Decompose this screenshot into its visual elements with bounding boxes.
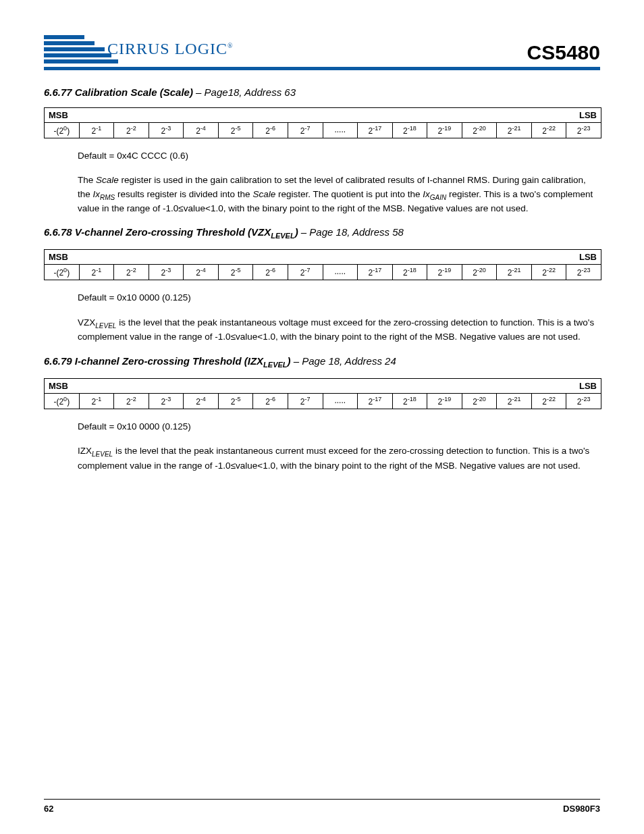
section-body: The Scale register is used in the gain c… bbox=[78, 174, 600, 215]
bit-cell: 2-4 bbox=[184, 394, 219, 409]
bit-cell: 2-5 bbox=[219, 123, 254, 138]
bit-cell: 2-4 bbox=[184, 265, 219, 280]
header-rule bbox=[44, 67, 600, 70]
bit-cell: -(20) bbox=[45, 394, 80, 409]
bit-cell: 2-4 bbox=[184, 123, 219, 138]
logo-text: CIRRUS LOGIC® bbox=[107, 40, 234, 58]
doc-id: DS980F3 bbox=[563, 804, 600, 814]
bit-cell: 2-3 bbox=[149, 394, 184, 409]
bit-cell: 2-6 bbox=[253, 394, 288, 409]
company-logo: CIRRUS LOGIC® bbox=[44, 34, 234, 64]
default-line: Default = 0x10 0000 (0.125) bbox=[78, 291, 600, 305]
bit-cell: 2-5 bbox=[219, 394, 254, 409]
bit-cell: 2-23 bbox=[566, 265, 601, 280]
bit-cell: 2-19 bbox=[427, 123, 462, 138]
chip-name: CS5480 bbox=[527, 41, 600, 64]
bit-cell: 2-2 bbox=[114, 123, 149, 138]
bit-cell: 2-20 bbox=[462, 394, 498, 409]
bit-cell: 2-23 bbox=[566, 123, 601, 138]
bit-cell: 2-3 bbox=[149, 265, 184, 280]
bit-cell: 2-18 bbox=[393, 394, 428, 409]
default-line: Default = 0x10 0000 (0.125) bbox=[78, 420, 600, 434]
bit-cell: 2-20 bbox=[462, 123, 498, 138]
bit-cell: 2-22 bbox=[532, 394, 567, 409]
section-body: VZXLEVEL is the level that the peak inst… bbox=[78, 316, 600, 344]
bit-field-table: MSBLSB-(20)2-12-22-32-42-52-62-7.....2-1… bbox=[44, 378, 601, 409]
bit-cell: 2-17 bbox=[358, 394, 393, 409]
bit-cell: 2-19 bbox=[427, 265, 462, 280]
bit-cell: 2-17 bbox=[358, 123, 393, 138]
page-number: 62 bbox=[44, 804, 53, 814]
bit-cell: 2-22 bbox=[532, 123, 567, 138]
section-body: IZXLEVEL is the level that the peak inst… bbox=[78, 444, 600, 473]
bit-cell: 2-18 bbox=[393, 265, 428, 280]
bit-cell: 2-5 bbox=[219, 265, 254, 280]
section-heading: 6.6.77 Calibration Scale (Scale) – Page1… bbox=[44, 86, 600, 98]
section-heading: 6.6.79 I-channel Zero-crossing Threshold… bbox=[44, 355, 600, 369]
bit-cell: ..... bbox=[323, 265, 358, 280]
bit-cell: 2-7 bbox=[288, 394, 323, 409]
bit-cell: 2-6 bbox=[253, 123, 288, 138]
bit-cell: 2-18 bbox=[393, 123, 428, 138]
bit-cell: 2-3 bbox=[149, 123, 184, 138]
bit-cell: 2-21 bbox=[497, 123, 532, 138]
bit-field-table: MSBLSB-(20)2-12-22-32-42-52-62-7.....2-1… bbox=[44, 107, 601, 138]
bit-cell: -(20) bbox=[45, 123, 80, 138]
bit-cell: 2-20 bbox=[462, 265, 498, 280]
bit-cell: 2-22 bbox=[532, 265, 567, 280]
bit-cell: 2-21 bbox=[497, 394, 532, 409]
bit-cell: -(20) bbox=[45, 265, 80, 280]
section-heading: 6.6.78 V-channel Zero-crossing Threshold… bbox=[44, 226, 600, 240]
default-line: Default = 0x4C CCCC (0.6) bbox=[78, 149, 600, 163]
bit-cell: 2-2 bbox=[114, 265, 149, 280]
bit-cell: 2-23 bbox=[566, 394, 601, 409]
bit-field-table: MSBLSB-(20)2-12-22-32-42-52-62-7.....2-1… bbox=[44, 249, 601, 280]
bit-cell: 2-7 bbox=[288, 265, 323, 280]
bit-cell: 2-21 bbox=[497, 265, 532, 280]
bit-cell: 2-17 bbox=[358, 265, 393, 280]
bit-cell: 2-1 bbox=[80, 123, 115, 138]
bit-cell: ..... bbox=[323, 394, 358, 409]
bit-cell: 2-7 bbox=[288, 123, 323, 138]
bit-cell: 2-6 bbox=[253, 265, 288, 280]
bit-cell: 2-1 bbox=[80, 265, 115, 280]
bit-cell: ..... bbox=[323, 123, 358, 138]
bit-cell: 2-2 bbox=[114, 394, 149, 409]
page-header: CIRRUS LOGIC® CS5480 bbox=[44, 34, 600, 64]
logo-icon bbox=[44, 34, 105, 64]
page-footer: 62 DS980F3 bbox=[44, 799, 600, 814]
bit-cell: 2-19 bbox=[427, 394, 462, 409]
bit-cell: 2-1 bbox=[80, 394, 115, 409]
